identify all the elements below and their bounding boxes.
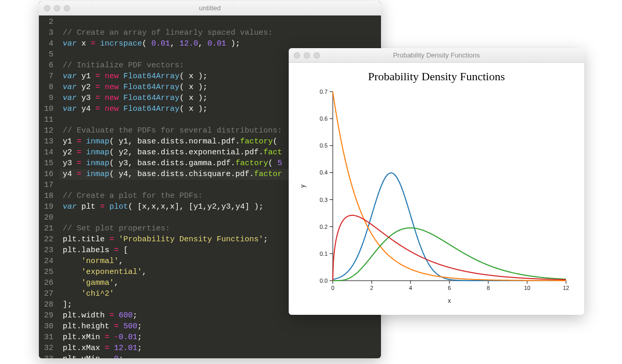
editor-titlebar[interactable]: untitled bbox=[39, 1, 381, 16]
line-number: 17 bbox=[44, 180, 53, 191]
line-number: 18 bbox=[44, 191, 53, 201]
code-line[interactable]: 'gamma', bbox=[63, 278, 381, 288]
code-line[interactable] bbox=[63, 114, 381, 125]
code-line[interactable] bbox=[63, 180, 381, 191]
line-number: 3 bbox=[44, 27, 53, 38]
code-line[interactable]: plt.xMin = -0.01; bbox=[63, 332, 381, 343]
x-tick-label: 6 bbox=[448, 285, 451, 291]
code-line[interactable]: // Create a plot for the PDFs: bbox=[63, 191, 381, 201]
code-line[interactable]: var x = incrspace( 0.01, 12.0, 0.01 ); bbox=[63, 38, 381, 49]
line-number: 30 bbox=[44, 321, 53, 332]
line-number: 23 bbox=[44, 245, 53, 256]
line-number: 2 bbox=[44, 17, 53, 27]
line-number: 4 bbox=[44, 38, 53, 49]
line-number: 10 bbox=[44, 104, 53, 114]
line-number: 13 bbox=[44, 136, 53, 147]
line-number: 16 bbox=[44, 169, 53, 180]
code-line[interactable]: y3 = inmap( y3, base.dists.gamma.pdf.fac… bbox=[63, 158, 381, 169]
code-line[interactable]: var y4 = new Float64Array( x ); bbox=[63, 104, 381, 114]
code-line[interactable]: plt.height = 500; bbox=[63, 321, 381, 332]
x-tick-label: 8 bbox=[487, 285, 490, 291]
editor-title: untitled bbox=[39, 4, 381, 12]
line-number: 7 bbox=[44, 71, 53, 82]
x-tick-label: 12 bbox=[563, 285, 569, 291]
line-number: 20 bbox=[44, 212, 53, 223]
code-line[interactable]: var y2 = new Float64Array( x ); bbox=[63, 82, 381, 93]
line-number: 25 bbox=[44, 267, 53, 278]
line-number-gutter: 2345678910111213141516171819202122232425… bbox=[39, 16, 60, 358]
code-line[interactable] bbox=[63, 212, 381, 223]
line-number: 19 bbox=[44, 201, 53, 212]
line-number: 9 bbox=[44, 93, 53, 104]
line-number: 14 bbox=[44, 147, 53, 158]
code-line[interactable]: 'chi^2' bbox=[63, 288, 381, 299]
x-tick-label: 10 bbox=[524, 285, 530, 291]
code-line[interactable]: y4 = inmap( y4, base.dists.chisquare.pdf… bbox=[63, 169, 381, 180]
code-line[interactable]: y2 = inmap( y2, base.dists.exponential.p… bbox=[63, 147, 381, 158]
line-number: 29 bbox=[44, 310, 53, 321]
code-line[interactable]: // Create an array of linearly spaced va… bbox=[63, 27, 381, 38]
line-number: 21 bbox=[44, 223, 53, 234]
line-number: 15 bbox=[44, 158, 53, 169]
line-number: 6 bbox=[44, 60, 53, 71]
line-number: 31 bbox=[44, 332, 53, 343]
editor-body[interactable]: 2345678910111213141516171819202122232425… bbox=[39, 16, 381, 358]
x-tick-label: 4 bbox=[409, 285, 412, 291]
code-line[interactable]: 'exponential', bbox=[63, 267, 381, 278]
code-line[interactable]: // Initialize PDF vectors: bbox=[63, 60, 381, 71]
code-line[interactable] bbox=[63, 49, 381, 60]
code-line[interactable]: plt yMin - 0; bbox=[63, 354, 381, 358]
line-number: 32 bbox=[44, 343, 53, 354]
code-line[interactable]: plt.title = 'Probability Density Functio… bbox=[63, 234, 381, 245]
line-number: 22 bbox=[44, 234, 53, 245]
line-number: 5 bbox=[44, 49, 53, 60]
code-line[interactable]: // Evaluate the PDFs for several distrib… bbox=[63, 125, 381, 136]
x-axis-label: x bbox=[448, 297, 451, 304]
code-line[interactable]: ]; bbox=[63, 299, 381, 310]
editor-window: untitled 2345678910111213141516171819202… bbox=[39, 1, 381, 358]
line-number: 26 bbox=[44, 278, 53, 288]
line-number: 28 bbox=[44, 299, 53, 310]
line-number: 8 bbox=[44, 82, 53, 93]
code-line[interactable]: y1 = inmap( y1, base.dists.normal.pdf.fa… bbox=[63, 136, 381, 147]
code-line[interactable]: var plt = plot( [x,x,x,x], [y1,y2,y3,y4]… bbox=[63, 201, 381, 212]
code-area[interactable]: // Create an array of linearly spaced va… bbox=[60, 16, 381, 358]
line-number: 11 bbox=[44, 114, 53, 125]
code-line[interactable]: var y1 = new Float64Array( x ); bbox=[63, 71, 381, 82]
code-line[interactable]: plt.labels = [ bbox=[63, 245, 381, 256]
line-number: 12 bbox=[44, 125, 53, 136]
line-number: 24 bbox=[44, 256, 53, 267]
line-number: 33 bbox=[44, 354, 53, 358]
line-number: 27 bbox=[44, 288, 53, 299]
code-line[interactable]: var y3 = new Float64Array( x ); bbox=[63, 93, 381, 104]
code-line[interactable]: plt.width = 600; bbox=[63, 310, 381, 321]
code-line[interactable]: // Set plot properties: bbox=[63, 223, 381, 234]
code-line[interactable]: plt.xMax = 12.01; bbox=[63, 343, 381, 354]
code-line[interactable]: 'normal', bbox=[63, 256, 381, 267]
code-line[interactable] bbox=[63, 17, 381, 27]
